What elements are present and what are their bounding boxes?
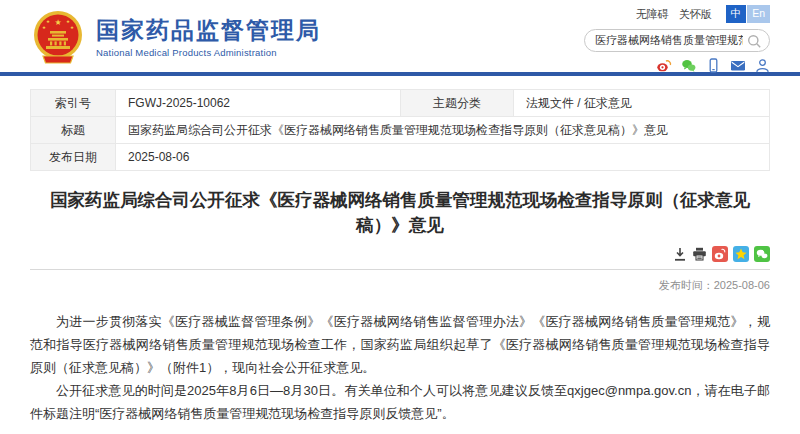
user-icon[interactable] bbox=[755, 58, 770, 73]
social-row bbox=[584, 58, 770, 73]
category-value: 法规文件 / 征求意见 bbox=[514, 90, 770, 117]
title-label: 标题 bbox=[31, 117, 116, 144]
share-qzone-icon[interactable] bbox=[733, 246, 749, 262]
search-icon[interactable] bbox=[747, 34, 762, 49]
index-value: FGWJ-2025-10062 bbox=[116, 90, 401, 117]
publish-time-value: 2025-08-06 bbox=[714, 279, 770, 291]
article-content: 索引号 FGWJ-2025-10062 主题分类 法规文件 / 征求意见 标题 … bbox=[0, 89, 800, 434]
page-title: 国家药监局综合司公开征求《医疗器械网络销售质量管理规范现场检查指导原则（征求意见… bbox=[30, 188, 770, 237]
search-box bbox=[584, 29, 770, 52]
publish-time: 发布时间：2025-08-06 bbox=[30, 278, 770, 293]
category-label: 主题分类 bbox=[401, 90, 514, 117]
table-row: 索引号 FGWJ-2025-10062 主题分类 法规文件 / 征求意见 bbox=[31, 90, 770, 117]
header-right: 无障碍 关怀版 中 En bbox=[584, 5, 770, 73]
wechat-icon[interactable] bbox=[681, 58, 697, 73]
national-emblem-logo: ★ ★ ★ ★ ★ bbox=[30, 8, 86, 66]
site-subtitle: National Medical Products Administration bbox=[96, 47, 321, 58]
mail-icon[interactable] bbox=[730, 58, 746, 73]
body-text: 为进一步贯彻落实《医疗器械监督管理条例》《医疗器械网络销售监督管理办法》《医疗器… bbox=[30, 310, 770, 425]
paragraph: 公开征求意见的时间是2025年8月6日—8月30日。有关单位和个人可以将意见建议… bbox=[30, 379, 770, 425]
care-version-link[interactable]: 关怀版 bbox=[679, 7, 712, 22]
date-value: 2025-08-06 bbox=[116, 144, 770, 171]
publish-time-label: 发布时间： bbox=[659, 279, 714, 291]
document-meta-table: 索引号 FGWJ-2025-10062 主题分类 法规文件 / 征求意见 标题 … bbox=[30, 89, 770, 171]
brand-text: 国家药品监督管理局 National Medical Products Admi… bbox=[96, 16, 321, 59]
svg-text:★: ★ bbox=[70, 25, 74, 30]
title-value: 国家药监局综合司公开征求《医疗器械网络销售质量管理规范现场检查指导原则（征求意见… bbox=[116, 117, 770, 144]
site-title: 国家药品监督管理局 bbox=[96, 16, 321, 45]
mobile-icon[interactable] bbox=[706, 58, 721, 73]
accessibility-link[interactable]: 无障碍 bbox=[636, 7, 669, 22]
page: ★ ★ ★ ★ ★ 国家药品监督管理局 National Medical Pro… bbox=[0, 0, 800, 434]
share-weibo-icon[interactable] bbox=[712, 246, 728, 262]
date-label: 发布日期 bbox=[31, 144, 116, 171]
weibo-icon[interactable] bbox=[656, 58, 672, 73]
svg-text:★: ★ bbox=[46, 19, 50, 24]
site-header: ★ ★ ★ ★ ★ 国家药品监督管理局 National Medical Pro… bbox=[0, 0, 800, 72]
svg-text:★: ★ bbox=[42, 25, 46, 30]
svg-text:★: ★ bbox=[54, 18, 61, 27]
action-row bbox=[30, 246, 770, 262]
paragraph: 为进一步贯彻落实《医疗器械监督管理条例》《医疗器械网络销售监督管理办法》《医疗器… bbox=[30, 310, 770, 379]
search-input[interactable] bbox=[585, 30, 769, 51]
print-icon[interactable] bbox=[692, 247, 707, 261]
utility-row: 无障碍 关怀版 中 En bbox=[584, 5, 770, 23]
table-row: 标题 国家药监局综合司公开征求《医疗器械网络销售质量管理规范现场检查指导原则（征… bbox=[31, 117, 770, 144]
table-row: 发布日期 2025-08-06 bbox=[31, 144, 770, 171]
index-label: 索引号 bbox=[31, 90, 116, 117]
svg-text:★: ★ bbox=[66, 19, 70, 24]
lang-zh-button[interactable]: 中 bbox=[726, 5, 747, 23]
language-switch: 中 En bbox=[726, 5, 770, 23]
title-divider bbox=[30, 269, 770, 270]
lang-en-button[interactable]: En bbox=[747, 5, 770, 23]
download-icon[interactable] bbox=[673, 247, 687, 261]
share-wechat-icon[interactable] bbox=[754, 246, 770, 262]
